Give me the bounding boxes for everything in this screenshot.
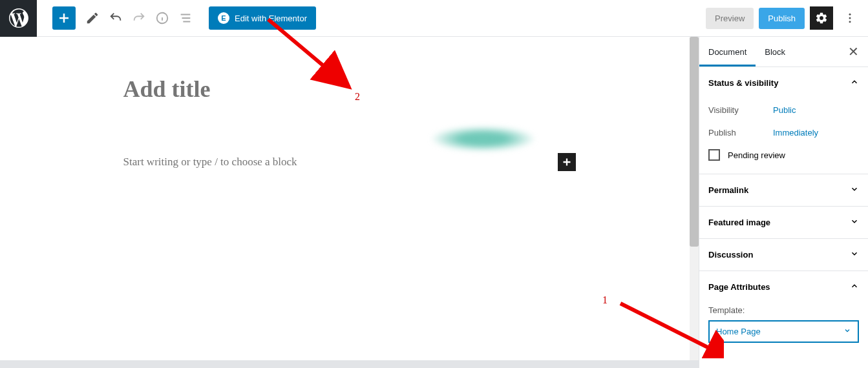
panel-featured-header[interactable]: Featured image xyxy=(699,207,868,238)
svg-point-1 xyxy=(849,14,851,15)
chevron-up-icon xyxy=(850,281,859,292)
panel-status-header[interactable]: Status & visibility xyxy=(699,67,868,99)
publish-label: Publish xyxy=(708,128,773,138)
panel-discussion-header[interactable]: Discussion xyxy=(699,239,868,271)
panel-discussion: Discussion xyxy=(699,239,868,271)
close-sidebar-icon[interactable]: ✕ xyxy=(839,44,868,59)
visibility-label: Visibility xyxy=(708,105,773,115)
info-icon[interactable] xyxy=(151,6,174,30)
wordpress-logo[interactable] xyxy=(0,0,37,37)
right-tools: Preview Publish xyxy=(706,6,862,30)
chevron-down-icon xyxy=(843,327,851,336)
settings-sidebar: Document Block ✕ Status & visibility Vis… xyxy=(699,37,868,368)
chevron-down-icon xyxy=(850,217,859,228)
publish-value[interactable]: Immediately xyxy=(773,128,818,138)
pending-review-label: Pending review xyxy=(728,150,785,160)
publish-button[interactable]: Publish xyxy=(759,8,805,29)
edit-with-elementor-button[interactable]: E Edit with Elementor xyxy=(209,6,316,30)
more-options-button[interactable] xyxy=(838,6,862,30)
pending-review-checkbox[interactable] xyxy=(708,149,720,161)
left-tools: E Edit with Elementor xyxy=(52,6,316,30)
tab-document[interactable]: Document xyxy=(699,37,756,66)
main-area: Document Block ✕ Status & visibility Vis… xyxy=(0,37,868,368)
sidebar-tabs: Document Block ✕ xyxy=(699,37,868,67)
panel-attributes-header[interactable]: Page Attributes xyxy=(699,271,868,303)
chevron-up-icon xyxy=(850,77,859,88)
chevron-down-icon xyxy=(850,249,859,260)
panel-permalink: Permalink xyxy=(699,174,868,207)
inline-add-block-button[interactable] xyxy=(558,153,576,171)
scrollbar[interactable] xyxy=(690,37,699,368)
annotation-number-1: 1 xyxy=(602,294,608,306)
editor-toolbar: E Edit with Elementor Preview Publish xyxy=(0,0,868,37)
panel-permalink-header[interactable]: Permalink xyxy=(699,174,868,206)
editor-content xyxy=(0,37,699,368)
svg-point-2 xyxy=(849,17,851,19)
body-input[interactable] xyxy=(123,156,558,169)
chevron-down-icon xyxy=(850,185,859,196)
annotation-number-2: 2 xyxy=(355,91,360,103)
redo-icon[interactable] xyxy=(127,6,151,30)
tab-block[interactable]: Block xyxy=(756,37,794,66)
title-input[interactable] xyxy=(123,76,576,103)
elementor-icon: E xyxy=(218,12,229,24)
add-block-button[interactable] xyxy=(52,6,76,30)
preview-button[interactable]: Preview xyxy=(706,8,754,29)
redacted-blur xyxy=(430,126,536,152)
edit-icon[interactable] xyxy=(81,6,104,30)
panel-featured-image: Featured image xyxy=(699,207,868,239)
panel-page-attributes: Page Attributes Template: Home Page xyxy=(699,271,868,347)
footer-shade xyxy=(0,360,699,368)
visibility-value[interactable]: Public xyxy=(773,105,796,115)
svg-point-3 xyxy=(849,21,851,23)
template-label: Template: xyxy=(708,303,859,318)
panel-status: Status & visibility Visibility Public Pu… xyxy=(699,67,868,174)
undo-icon[interactable] xyxy=(104,6,127,30)
outline-icon[interactable] xyxy=(174,6,197,30)
template-select[interactable]: Home Page xyxy=(708,320,859,343)
elementor-label: Edit with Elementor xyxy=(235,14,307,23)
settings-button[interactable] xyxy=(810,6,833,30)
